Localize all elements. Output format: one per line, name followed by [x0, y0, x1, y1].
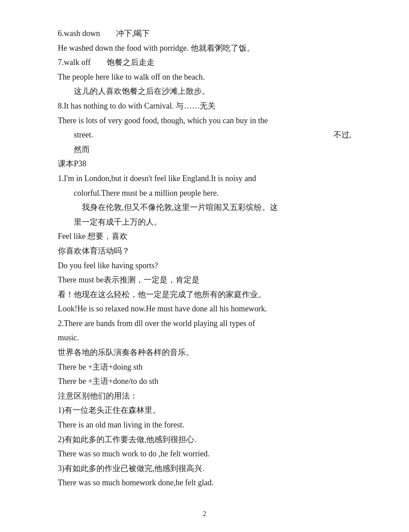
line-10: 课本P38	[58, 157, 351, 171]
line-11: 1.I'm in London,but it doesn't feel like…	[58, 172, 351, 185]
line-30: There was so much work to do ,he felt wo…	[58, 447, 351, 461]
line-25: There be +主语+done/to do sth	[58, 375, 351, 388]
line-26: 注意区别他们的用法：	[58, 389, 351, 403]
line-32: There was so much homework done,he felt …	[58, 476, 351, 490]
line-17: Do you feel like having sports?	[58, 259, 351, 273]
line-31: 3)有如此多的作业已被做完,他感到很高兴.	[58, 462, 351, 476]
line-21: 2.There are bands from dll over the worl…	[58, 317, 351, 330]
line-5: 这儿的人喜欢饱餐之后在沙滩上散步。	[58, 85, 351, 98]
line-24: There be +主语+doing sth	[58, 360, 351, 374]
line-15: Feel like 想要，喜欢	[58, 230, 351, 243]
line-3: 7.walk off 饱餐之后走走	[58, 56, 351, 69]
line-27: 1)有一位老头正住在森林里。	[58, 403, 351, 417]
line-29: 2)有如此多的工作要去做,他感到很担心.	[58, 433, 351, 447]
line-22: music.	[58, 331, 351, 345]
line-13: 我身在伦敦,但又不像伦敦,这里一片喧闹又五彩缤纷。这	[58, 201, 351, 214]
line-8-right: 不过,	[333, 128, 352, 142]
line-16: 你喜欢体育活动吗？	[58, 244, 351, 258]
line-23: 世界各地的乐队演奏各种各样的音乐。	[58, 346, 351, 359]
page-content: 6.wash down 冲下,喝下 He washed down the foo…	[58, 27, 351, 520]
line-8: street. 不过,	[58, 128, 351, 142]
line-20: Look!He is so relaxed now.He must have d…	[58, 302, 351, 316]
page-number: 2	[58, 508, 351, 520]
line-6: 8.It has nothing to do with Carnival. 与……	[58, 99, 351, 113]
line-2: He washed down the food with porridge. 他…	[58, 41, 351, 55]
line-7: There is lots of very good food, though,…	[58, 114, 351, 128]
line-14: 里一定有成千上万的人。	[58, 215, 351, 229]
line-9: 然而	[58, 143, 351, 157]
line-18: There must be表示推测，一定是，肯定是	[58, 273, 351, 287]
line-4: The people here like to walk off on the …	[58, 70, 351, 84]
line-19: 看！他现在这么轻松，他一定是完成了他所有的家庭作业。	[58, 288, 351, 302]
line-8-left: street.	[74, 128, 93, 142]
line-12: colorful.There must be a million people …	[58, 186, 351, 200]
line-1: 6.wash down 冲下,喝下	[58, 27, 351, 40]
line-28: There is an old man living in the forest…	[58, 418, 351, 432]
